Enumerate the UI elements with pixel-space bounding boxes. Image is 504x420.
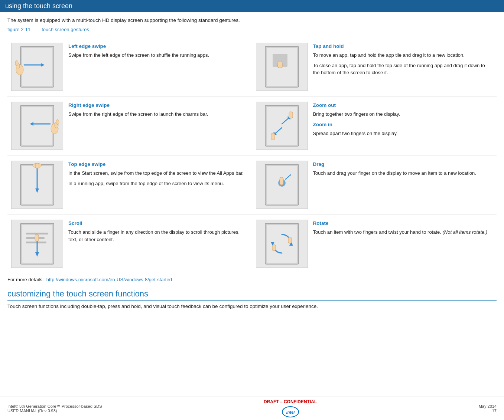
scroll-title: Scroll	[68, 220, 248, 227]
gesture-zoom: Zoom out Bring together two fingers on t…	[252, 96, 497, 155]
for-more-details: For more details: http://windows.microso…	[7, 277, 497, 282]
zoom-in-desc: Spread apart two fingers on the display.	[313, 130, 493, 137]
gesture-text-tap-hold: Tap and hold To move an app, tap and hol…	[313, 43, 493, 76]
drag-title: Drag	[313, 161, 493, 168]
page-footer: Intel® 5th Generation Core™ Processor-ba…	[0, 397, 504, 420]
gesture-image-zoom	[256, 102, 308, 150]
right-edge-swipe-illustration	[13, 104, 61, 148]
scroll-desc: Touch and slide a finger in any directio…	[68, 229, 248, 243]
gesture-right-edge-swipe: Right edge swipe Swipe from the right ed…	[7, 96, 252, 155]
zoom-out-title: Zoom out	[313, 102, 493, 109]
scroll-illustration	[13, 222, 61, 266]
svg-rect-42	[26, 242, 46, 243]
gesture-text-top-edge: Top edge swipe In the Start screen, swip…	[68, 161, 248, 187]
gesture-top-edge-swipe: Top edge swipe In the Start screen, swip…	[7, 155, 252, 214]
svg-rect-1	[22, 48, 52, 86]
gesture-tap-hold: Tap and hold To move an app, tap and hol…	[252, 37, 497, 96]
gesture-image-left-edge	[11, 43, 63, 91]
header-title: using the touch screen	[5, 2, 72, 10]
footer-right: May 2014 17	[479, 404, 497, 413]
top-edge-desc: In the Start screen, swipe from the top …	[68, 170, 248, 177]
svg-rect-45	[35, 234, 39, 241]
intro-paragraph: The system is equipped with a multi-touc…	[7, 17, 497, 23]
svg-rect-25	[289, 112, 293, 118]
svg-rect-47	[267, 225, 297, 263]
gesture-text-zoom: Zoom out Bring together two fingers on t…	[313, 102, 493, 137]
figure-number: figure 2-11	[7, 27, 30, 32]
svg-text:intel: intel	[286, 410, 295, 414]
figure-caption: touch screen gestures	[42, 27, 89, 32]
right-edge-desc: Swipe from the right edge of the screen …	[68, 111, 248, 118]
intel-logo: intel	[282, 406, 299, 418]
rotate-illustration	[258, 222, 306, 266]
gesture-image-scroll	[11, 220, 63, 268]
top-edge-swipe-illustration	[13, 163, 61, 207]
gesture-image-drag	[256, 161, 308, 209]
top-edge-title: Top edge swipe	[68, 161, 248, 168]
gesture-image-top-edge	[11, 161, 63, 209]
zoom-in-title: Zoom in	[313, 121, 493, 128]
main-content: The system is equipped with a multi-touc…	[0, 12, 504, 309]
left-edge-desc: Swipe from the left edge of the screen t…	[68, 52, 248, 59]
gesture-image-right-edge	[11, 102, 63, 150]
svg-rect-37	[280, 177, 283, 185]
svg-rect-26	[271, 133, 275, 140]
left-edge-title: Left edge swipe	[68, 43, 248, 50]
figure-label: figure 2-11 touch screen gestures	[7, 27, 497, 32]
left-edge-swipe-illustration	[13, 45, 61, 89]
tap-hold-illustration	[258, 45, 306, 89]
gesture-text-scroll: Scroll Touch and slide a finger in any d…	[68, 220, 248, 243]
drag-illustration	[258, 163, 306, 207]
footer-page: 17	[479, 408, 497, 413]
gesture-image-tap-hold	[256, 43, 308, 91]
tap-hold-title: Tap and hold	[313, 43, 493, 50]
top-edge-desc2: In a running app, swipe from the top edg…	[68, 180, 248, 187]
svg-rect-13	[22, 107, 52, 145]
svg-rect-51	[272, 245, 276, 251]
gesture-drag: Drag Touch and drag your finger on the d…	[252, 155, 497, 214]
for-more-link[interactable]: http://windows.microsoft.com/en-US/windo…	[46, 277, 172, 282]
gesture-text-left-edge: Left edge swipe Swipe from the left edge…	[68, 43, 248, 59]
gesture-scroll: Scroll Touch and slide a finger in any d…	[7, 214, 252, 273]
svg-point-6	[15, 60, 18, 66]
page-header: using the touch screen	[0, 0, 504, 12]
gesture-left-edge-swipe: Left edge swipe Swipe from the left edge…	[7, 37, 252, 96]
svg-rect-40	[26, 233, 48, 234]
svg-rect-50	[288, 237, 292, 243]
footer-draft: DRAFT – CONFIDENTIAL	[264, 399, 317, 404]
zoom-out-desc: Bring together two fingers on the displa…	[313, 111, 493, 118]
rotate-title: Rotate	[313, 220, 493, 227]
gesture-grid: Left edge swipe Swipe from the left edge…	[7, 37, 497, 273]
footer-center-area: DRAFT – CONFIDENTIAL intel	[264, 399, 317, 418]
footer-left-line2: USER MANUAL (Rev 0.93)	[7, 408, 102, 413]
footer-left-line1: Intel® 5th Generation Core™ Processor-ba…	[7, 404, 102, 408]
rotate-desc: Touch an item with two fingers and twist…	[313, 229, 493, 236]
gesture-image-rotate	[256, 220, 308, 268]
footer-date: May 2014	[479, 404, 497, 408]
svg-rect-32	[35, 163, 39, 168]
section2-title: customizing the touch screen functions	[7, 289, 497, 301]
gesture-text-rotate: Rotate Touch an item with two fingers an…	[313, 220, 493, 236]
gesture-rotate: Rotate Touch an item with two fingers an…	[252, 214, 497, 273]
svg-rect-11	[278, 61, 282, 68]
right-edge-title: Right edge swipe	[68, 102, 248, 109]
footer-left: Intel® 5th Generation Core™ Processor-ba…	[7, 404, 102, 413]
gesture-text-drag: Drag Touch and drag your finger on the d…	[313, 161, 493, 177]
svg-point-18	[56, 119, 59, 125]
tap-hold-desc2: To close an app, tap and hold the top si…	[313, 62, 493, 76]
drag-desc: Touch and drag your finger on the displa…	[313, 170, 493, 177]
gesture-text-right-edge: Right edge swipe Swipe from the right ed…	[68, 102, 248, 118]
section2-text: Touch screen functions including double-…	[7, 303, 497, 309]
tap-hold-desc: To move an app, tap and hold the app til…	[313, 52, 493, 59]
zoom-illustration	[258, 104, 306, 148]
